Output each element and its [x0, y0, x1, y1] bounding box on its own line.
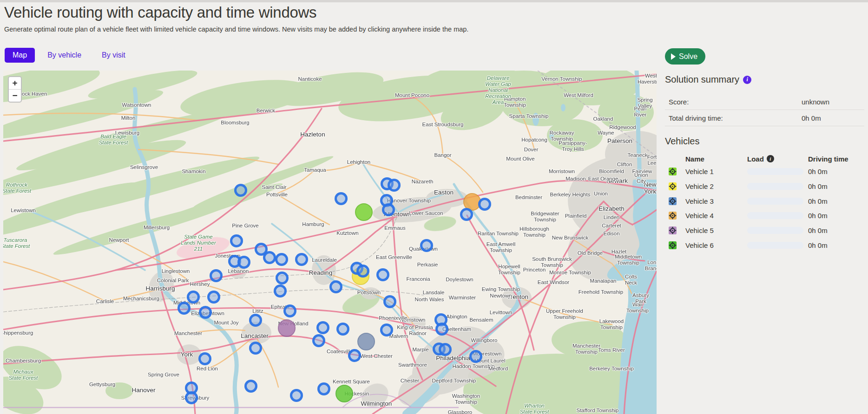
visit-marker[interactable] — [383, 295, 396, 308]
visit-marker[interactable] — [290, 389, 303, 402]
visit-marker[interactable] — [329, 280, 342, 293]
vehicle-driving-time: 0h 0m — [808, 226, 864, 234]
page-title: Vehicle routing with capacity and time w… — [4, 4, 316, 21]
visit-marker[interactable] — [336, 323, 349, 336]
visit-marker[interactable] — [263, 251, 276, 264]
vehicle-marker-icon — [665, 226, 685, 234]
load-progress-bar — [747, 168, 803, 175]
page-subtitle: Generate optimal route plan of a vehicle… — [4, 26, 468, 33]
visit-marker[interactable] — [230, 234, 243, 247]
visit-marker[interactable] — [210, 269, 223, 282]
load-header-label: Load — [747, 155, 764, 163]
visit-marker[interactable] — [348, 349, 361, 362]
vehicle-row-5: Vehicle 50h 0m — [665, 223, 864, 238]
total-driving-time-row: Total driving time: 0h 0m — [665, 110, 864, 126]
visit-marker[interactable] — [376, 268, 389, 281]
visit-marker[interactable] — [469, 350, 482, 363]
vehicle-driving-time: 0h 0m — [808, 197, 864, 205]
vehicle-row-3: Vehicle 30h 0m — [665, 194, 864, 208]
visit-marker[interactable] — [207, 291, 220, 304]
visit-marker[interactable] — [388, 179, 401, 192]
visit-marker[interactable] — [237, 256, 250, 269]
visit-marker[interactable] — [185, 391, 198, 404]
visit-marker[interactable] — [178, 302, 191, 315]
visit-marker[interactable] — [244, 380, 257, 393]
vehicle-driving-time: 0h 0m — [808, 241, 864, 249]
solution-summary-heading: Solution summary i — [665, 74, 751, 85]
visit-marker[interactable] — [234, 184, 247, 197]
map-markers — [3, 71, 657, 414]
vehicle-marker-icon — [665, 182, 685, 190]
score-value: unknown — [802, 98, 829, 106]
vehicle-load-cell — [747, 227, 808, 234]
vehicles-heading: Vehicles — [665, 136, 700, 147]
load-progress-bar — [747, 227, 803, 234]
solve-button[interactable]: Solve — [665, 48, 705, 65]
visit-marker[interactable] — [356, 265, 369, 278]
vehicle-name: Vehicle 1 — [685, 168, 747, 175]
visit-marker[interactable] — [317, 382, 330, 395]
tab-map[interactable]: Map — [5, 48, 35, 63]
depot-marker-vehicle-5[interactable] — [278, 319, 296, 337]
zoom-out-button[interactable]: − — [9, 90, 21, 102]
load-info-icon[interactable]: i — [767, 155, 774, 162]
visit-marker[interactable] — [274, 285, 287, 298]
driving-time-column-header: Driving time — [808, 155, 864, 163]
visit-marker[interactable] — [382, 203, 395, 216]
total-driving-time-label: Total driving time: — [665, 114, 723, 122]
score-label: Score: — [665, 98, 689, 106]
visit-marker[interactable] — [199, 306, 212, 319]
vehicle-load-cell — [747, 198, 808, 205]
vehicle-marker-icon — [665, 212, 685, 220]
load-column-header: Load i — [747, 155, 808, 163]
tab-bar: Map By vehicle By visit — [5, 48, 133, 63]
info-icon[interactable]: i — [743, 76, 751, 84]
visit-marker[interactable] — [478, 198, 491, 211]
score-row: Score: unknown — [665, 94, 864, 110]
vehicles-title: Vehicles — [665, 136, 700, 147]
depot-marker-vehicle-6[interactable] — [335, 385, 353, 402]
vehicle-row-2: Vehicle 20h 0m — [665, 179, 864, 194]
visit-marker[interactable] — [335, 192, 348, 205]
vehicle-name: Vehicle 3 — [685, 197, 747, 205]
tab-by-visit[interactable]: By visit — [94, 48, 133, 63]
vehicle-name: Vehicle 2 — [685, 182, 747, 190]
solution-summary-title: Solution summary — [665, 74, 739, 85]
depot-marker-vehicle-1[interactable] — [355, 203, 373, 221]
vehicle-driving-time: 0h 0m — [808, 168, 864, 175]
visit-marker[interactable] — [249, 314, 262, 327]
load-progress-bar — [747, 242, 803, 249]
visit-marker[interactable] — [276, 272, 289, 285]
vehicle-marker-icon — [665, 168, 685, 175]
visit-marker[interactable] — [420, 239, 433, 252]
visit-marker[interactable] — [439, 343, 452, 356]
vehicle-marker-icon — [665, 197, 685, 205]
tab-by-vehicle[interactable]: By vehicle — [39, 48, 89, 63]
vehicles-table-header: Name Load i Driving time — [665, 153, 864, 164]
load-progress-bar — [747, 198, 803, 205]
vehicles-table: Name Load i Driving time Vehicle 10h 0mV… — [665, 153, 864, 252]
visit-marker[interactable] — [435, 323, 448, 336]
vehicle-row-4: Vehicle 40h 0m — [665, 208, 864, 223]
visit-marker[interactable] — [283, 304, 296, 317]
visit-marker[interactable] — [380, 323, 393, 336]
visit-marker[interactable] — [187, 291, 200, 304]
vehicle-name: Vehicle 5 — [685, 226, 747, 234]
vehicle-name: Vehicle 4 — [685, 212, 747, 220]
visit-marker[interactable] — [249, 342, 262, 355]
vehicle-load-cell — [747, 242, 808, 249]
window-top-strip — [0, 0, 868, 2]
depot-marker-vehicle-3[interactable] — [357, 333, 375, 350]
zoom-in-button[interactable]: + — [9, 77, 21, 90]
total-driving-time-value: 0h 0m — [802, 114, 821, 122]
visit-marker[interactable] — [295, 253, 308, 266]
name-column-header: Name — [685, 155, 747, 163]
visit-marker[interactable] — [460, 208, 473, 221]
vehicle-row-6: Vehicle 60h 0m — [665, 238, 864, 252]
visit-marker[interactable] — [275, 253, 288, 266]
vehicle-marker-icon — [665, 241, 685, 249]
visit-marker[interactable] — [198, 352, 211, 365]
map-canvas[interactable]: HarrisburgAllentownPhiladelphiaLancaster… — [3, 71, 657, 414]
visit-marker[interactable] — [316, 321, 329, 334]
visit-marker[interactable] — [312, 334, 325, 347]
